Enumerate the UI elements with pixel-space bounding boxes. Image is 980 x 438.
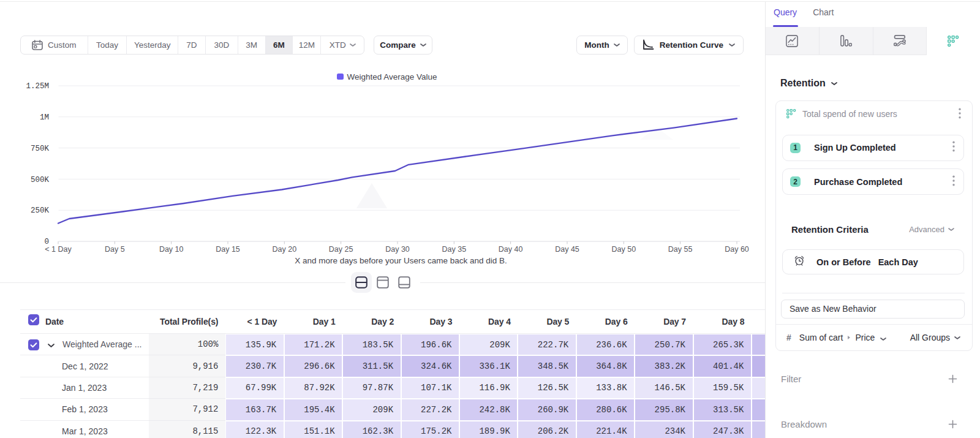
svg-text:750K: 750K — [31, 145, 50, 153]
svg-text:< 1 Day: < 1 Day — [45, 245, 72, 254]
svg-text:1M: 1M — [40, 113, 49, 122]
svg-text:Day 50: Day 50 — [611, 245, 636, 254]
svg-text:Day 20: Day 20 — [272, 245, 296, 254]
svg-text:Day 35: Day 35 — [442, 245, 466, 254]
svg-text:1.25M: 1.25M — [26, 82, 49, 91]
svg-text:Day 55: Day 55 — [668, 245, 693, 254]
svg-text:Day 10: Day 10 — [159, 245, 184, 254]
svg-text:Day 5: Day 5 — [105, 245, 125, 254]
svg-text:Day 60: Day 60 — [725, 245, 749, 254]
svg-text:250K: 250K — [31, 206, 50, 215]
svg-text:Day 45: Day 45 — [555, 245, 579, 254]
svg-text:Day 15: Day 15 — [216, 245, 240, 254]
svg-text:Day 30: Day 30 — [385, 245, 410, 254]
svg-text:500K: 500K — [31, 176, 50, 184]
svg-text:Day 25: Day 25 — [329, 245, 353, 254]
svg-text:Day 40: Day 40 — [499, 245, 523, 254]
